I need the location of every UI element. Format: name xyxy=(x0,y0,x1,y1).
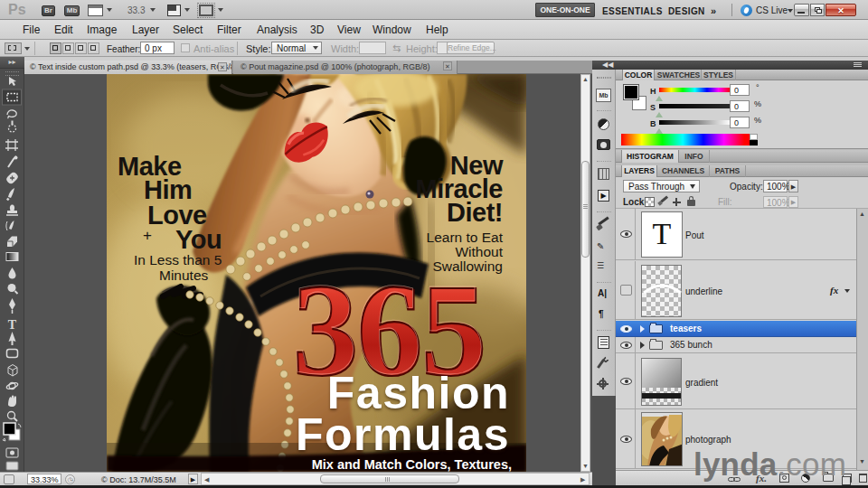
svg-text:T: T xyxy=(8,318,17,332)
